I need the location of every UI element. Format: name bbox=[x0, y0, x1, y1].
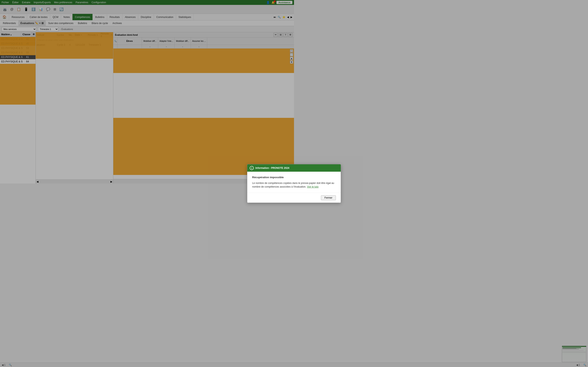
dialog-header: i Information - PRONOTE 2024 bbox=[247, 164, 294, 172]
dialog-body: Récupération impossible Le nombre de com… bbox=[247, 172, 294, 184]
dialog-overlay: i Information - PRONOTE 2024 Récupératio… bbox=[0, 0, 294, 184]
dialog-title: Information - PRONOTE 2024 bbox=[255, 167, 289, 169]
dialog-info-icon: i bbox=[250, 166, 254, 170]
dialog-box: i Information - PRONOTE 2024 Récupératio… bbox=[247, 164, 294, 184]
dialog-text: Le nombre de compétences copiées dans le… bbox=[252, 181, 294, 184]
dialog-heading: Récupération impossible bbox=[252, 176, 294, 179]
